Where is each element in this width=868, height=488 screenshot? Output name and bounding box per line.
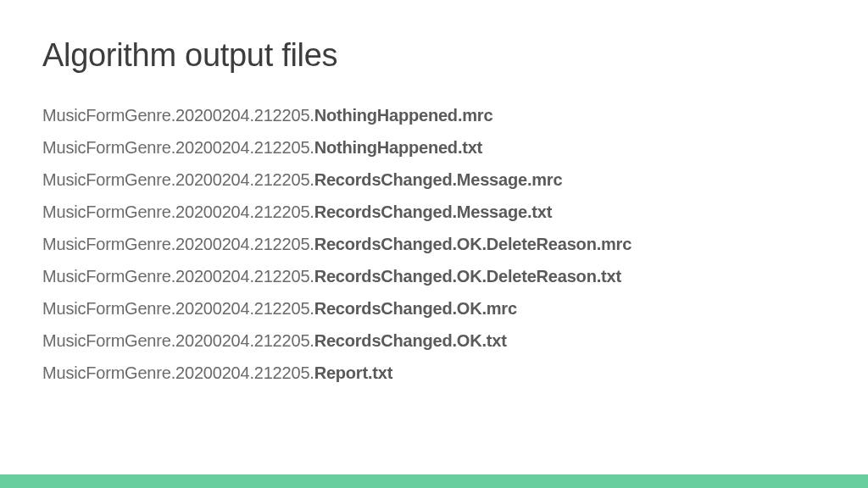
file-suffix: NothingHappened.txt (314, 138, 482, 157)
file-prefix: MusicFormGenre.20200204.212205. (42, 363, 314, 382)
file-line: MusicFormGenre.20200204.212205.RecordsCh… (42, 265, 826, 287)
slide: Algorithm output files MusicFormGenre.20… (0, 0, 868, 488)
file-line: MusicFormGenre.20200204.212205.RecordsCh… (42, 201, 826, 223)
file-line: MusicFormGenre.20200204.212205.NothingHa… (42, 104, 826, 126)
file-suffix: RecordsChanged.OK.mrc (314, 299, 517, 318)
file-suffix: NothingHappened.mrc (314, 106, 493, 125)
file-suffix: RecordsChanged.OK.DeleteReason.txt (314, 267, 621, 286)
file-line: MusicFormGenre.20200204.212205.Report.tx… (42, 362, 826, 384)
file-line: MusicFormGenre.20200204.212205.NothingHa… (42, 136, 826, 158)
file-prefix: MusicFormGenre.20200204.212205. (42, 267, 314, 286)
file-prefix: MusicFormGenre.20200204.212205. (42, 138, 314, 157)
file-suffix: Report.txt (314, 363, 392, 382)
file-suffix: RecordsChanged.OK.DeleteReason.mrc (314, 235, 632, 253)
file-list: MusicFormGenre.20200204.212205.NothingHa… (42, 104, 826, 384)
file-prefix: MusicFormGenre.20200204.212205. (42, 170, 314, 189)
file-suffix: RecordsChanged.OK.txt (314, 331, 507, 350)
file-line: MusicFormGenre.20200204.212205.RecordsCh… (42, 297, 826, 319)
file-suffix: RecordsChanged.Message.mrc (314, 170, 563, 189)
file-line: MusicFormGenre.20200204.212205.RecordsCh… (42, 169, 826, 191)
file-prefix: MusicFormGenre.20200204.212205. (42, 106, 314, 125)
file-prefix: MusicFormGenre.20200204.212205. (42, 235, 314, 253)
file-prefix: MusicFormGenre.20200204.212205. (42, 299, 314, 318)
slide-title: Algorithm output files (42, 37, 826, 74)
file-suffix: RecordsChanged.Message.txt (314, 202, 552, 221)
file-prefix: MusicFormGenre.20200204.212205. (42, 202, 314, 221)
file-line: MusicFormGenre.20200204.212205.RecordsCh… (42, 330, 826, 352)
footer-accent-bar (0, 474, 868, 488)
file-prefix: MusicFormGenre.20200204.212205. (42, 331, 314, 350)
file-line: MusicFormGenre.20200204.212205.RecordsCh… (42, 233, 826, 255)
